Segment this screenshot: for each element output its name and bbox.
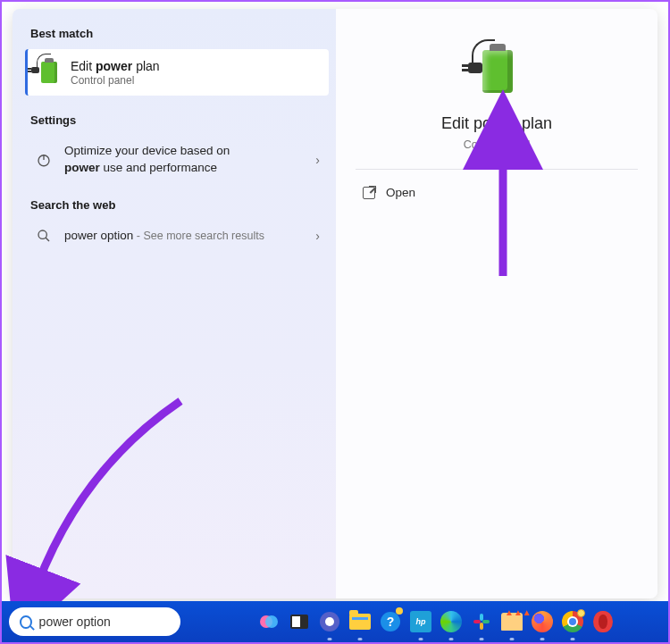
settings-result-text: Optimize your device based on power use … (55, 143, 315, 177)
search-icon (32, 229, 55, 243)
settings-result-power-performance[interactable]: Optimize your device based on power use … (13, 136, 336, 184)
task-view-icon[interactable] (286, 608, 313, 635)
search-input[interactable] (39, 615, 170, 629)
web-result-text: power option - See more search results (55, 228, 315, 245)
edge-icon[interactable] (438, 608, 465, 635)
preview-subtitle: Control panel (464, 138, 530, 151)
svg-point-5 (265, 615, 278, 628)
teams-icon[interactable] (316, 608, 343, 635)
file-explorer-icon[interactable] (347, 608, 373, 635)
best-match-result[interactable]: Edit power plan Control panel (25, 49, 329, 96)
best-match-title: Edit power plan (71, 59, 160, 73)
chrome-icon[interactable] (559, 608, 586, 635)
best-match-text: Edit power plan Control panel (71, 59, 160, 87)
web-result-power-option[interactable]: power option - See more search results › (13, 221, 336, 252)
results-column: Best match Edit power plan Control panel… (13, 9, 336, 598)
open-icon (363, 187, 375, 199)
start-search-panel: Best match Edit power plan Control panel… (13, 9, 657, 598)
svg-rect-7 (473, 620, 481, 623)
preview-pane: Edit power plan Control panel Open (336, 9, 657, 598)
best-match-header: Best match (13, 21, 336, 49)
search-icon (20, 615, 32, 629)
preview-title: Edit power plan (441, 114, 552, 133)
web-header: Search the web (13, 193, 336, 221)
svg-rect-9 (482, 620, 490, 623)
opera-icon[interactable] (590, 608, 616, 635)
burn-app-icon[interactable]: ▲▲▲ (498, 608, 525, 635)
hp-icon[interactable]: hp (407, 608, 434, 635)
taskbar: ? hp ▲▲▲ (2, 601, 668, 642)
power-plan-icon (37, 60, 62, 85)
settings-header: Settings (13, 108, 336, 136)
firefox-icon[interactable] (529, 608, 556, 635)
svg-line-3 (46, 238, 49, 241)
slack-icon[interactable] (468, 608, 495, 635)
svg-point-2 (38, 230, 46, 238)
power-icon (32, 152, 55, 168)
separator (356, 169, 639, 170)
taskbar-icons: ? hp ▲▲▲ (211, 608, 661, 635)
svg-rect-6 (480, 614, 483, 621)
open-button[interactable]: Open (363, 186, 415, 199)
open-label: Open (386, 186, 415, 199)
power-plan-icon (470, 43, 523, 96)
chevron-right-icon: › (315, 153, 320, 167)
chevron-right-icon: › (315, 229, 320, 243)
get-help-icon[interactable]: ? (377, 608, 404, 635)
taskbar-search[interactable] (9, 607, 180, 636)
svg-rect-8 (480, 623, 483, 630)
best-match-subtitle: Control panel (71, 74, 160, 87)
copilot-icon[interactable] (255, 608, 282, 635)
